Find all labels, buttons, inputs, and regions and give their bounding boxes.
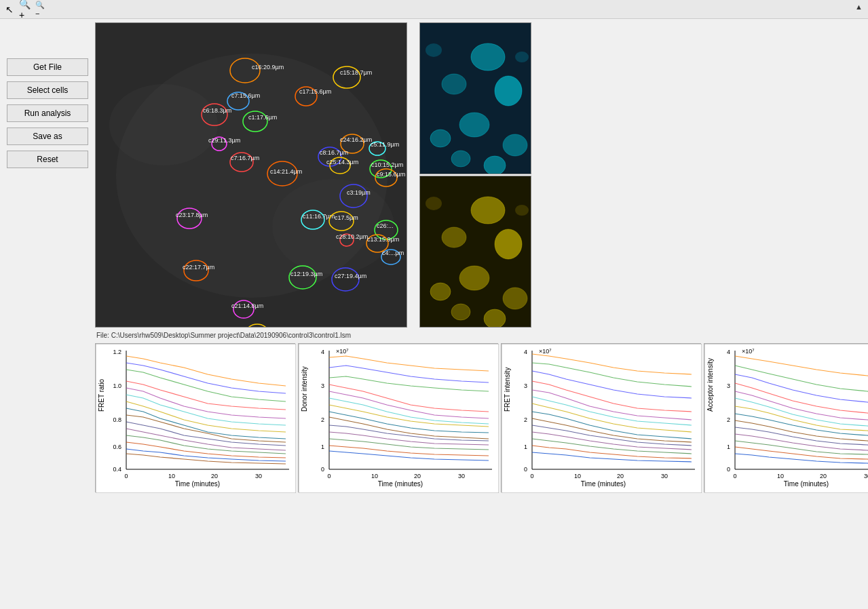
- svg-point-85: [426, 197, 442, 210]
- svg-text:20: 20: [820, 473, 827, 479]
- left-panel: Get File Select cells Run analysis Save …: [0, 19, 95, 609]
- svg-text:30: 30: [661, 473, 668, 479]
- svg-text:30: 30: [458, 473, 465, 479]
- svg-text:c12:19.3µm: c12:19.3µm: [290, 271, 322, 277]
- svg-text:×10⁷: ×10⁷: [539, 348, 552, 355]
- acceptor-intensity-chart: Acceptor intensity Time (minutes) ×10⁷ 4…: [704, 343, 868, 492]
- svg-text:c7:15.6µm: c7:15.6µm: [231, 92, 260, 99]
- svg-text:10: 10: [168, 473, 175, 479]
- svg-point-77: [471, 197, 505, 224]
- bottom-charts-area: FRET ratio Time (minutes) 1.2 1.0 0.8 0.…: [95, 343, 868, 492]
- run-analysis-button[interactable]: Run analysis: [7, 104, 88, 122]
- center-area: c16:20.9µm c15:18.7µm c17:15.6µm c7:15.6…: [95, 19, 868, 609]
- window-controls: ▲: [855, 3, 863, 11]
- svg-point-70: [430, 130, 451, 147]
- svg-point-71: [503, 134, 527, 156]
- svg-point-84: [484, 309, 506, 328]
- svg-text:×10⁷: ×10⁷: [742, 348, 755, 355]
- yellow-channel-image: [419, 176, 531, 328]
- svg-text:0: 0: [530, 473, 533, 479]
- svg-text:Time (minutes): Time (minutes): [378, 480, 423, 488]
- svg-text:c20:16.5µm: c20:16.5µm: [245, 327, 277, 328]
- select-cells-button[interactable]: Select cells: [7, 81, 88, 99]
- zoom-in-icon[interactable]: 🔍+: [19, 3, 33, 16]
- svg-text:c4:...µm: c4:...µm: [382, 250, 404, 256]
- fret-intensity-svg: FRET intensity Time (minutes) ×10⁷ 4 3 2…: [502, 344, 702, 493]
- svg-text:c6:18.3µm: c6:18.3µm: [203, 107, 231, 114]
- svg-text:c17.5µm: c17.5µm: [335, 214, 358, 221]
- toolbar: ↖ 🔍+ 🔍− ▲: [0, 0, 868, 19]
- svg-text:3: 3: [524, 382, 527, 389]
- svg-text:2: 2: [321, 416, 324, 423]
- svg-text:4: 4: [321, 349, 324, 355]
- svg-text:0.4: 0.4: [113, 466, 121, 473]
- svg-text:Acceptor intensity: Acceptor intensity: [706, 358, 714, 412]
- svg-text:20: 20: [211, 473, 218, 479]
- svg-text:c9:15.6µm: c9:15.6µm: [377, 171, 405, 178]
- svg-point-72: [451, 151, 470, 167]
- svg-rect-87: [96, 344, 296, 493]
- svg-text:c21:14.8µm: c21:14.8µm: [231, 302, 263, 309]
- svg-text:4: 4: [524, 349, 527, 355]
- fret-ratio-svg: FRET ratio Time (minutes) 1.2 1.0 0.8 0.…: [96, 344, 296, 493]
- microscope-image: c16:20.9µm c15:18.7µm c17:15.6µm c7:15.6…: [95, 22, 407, 328]
- save-as-button[interactable]: Save as: [7, 127, 88, 145]
- svg-text:c10:15.2µm: c10:15.2µm: [371, 161, 403, 168]
- svg-text:c3:19µm: c3:19µm: [347, 189, 371, 196]
- svg-text:c16:20.9µm: c16:20.9µm: [252, 64, 284, 71]
- bottom-charts: FRET ratio Time (minutes) 1.2 1.0 0.8 0.…: [95, 343, 868, 492]
- get-file-button[interactable]: Get File: [7, 58, 88, 76]
- svg-text:c17:15.6µm: c17:15.6µm: [299, 88, 331, 95]
- svg-point-4: [272, 179, 394, 274]
- svg-text:c24:16.2µm: c24:16.2µm: [340, 136, 372, 143]
- svg-text:0: 0: [524, 466, 527, 473]
- svg-text:1.0: 1.0: [113, 382, 121, 389]
- arrow-icon[interactable]: ↖: [3, 3, 16, 16]
- zoom-out-icon[interactable]: 🔍−: [35, 3, 49, 16]
- svg-text:c8:16.7µm: c8:16.7µm: [320, 149, 348, 156]
- svg-text:2: 2: [524, 416, 527, 423]
- images-row: c16:20.9µm c15:18.7µm c17:15.6µm c7:15.6…: [95, 22, 868, 329]
- svg-text:c28:10.2µm: c28:10.2µm: [336, 233, 368, 240]
- svg-text:c5:11.9µm: c5:11.9µm: [371, 141, 399, 148]
- svg-text:c22:17.7µm: c22:17.7µm: [183, 264, 214, 271]
- svg-point-3: [109, 84, 218, 165]
- svg-text:c26:...: c26:...: [377, 222, 394, 229]
- svg-text:20: 20: [414, 473, 421, 479]
- svg-text:Time (minutes): Time (minutes): [581, 480, 626, 488]
- reset-button[interactable]: Reset: [7, 151, 88, 168]
- svg-text:1.2: 1.2: [113, 349, 121, 355]
- svg-text:c13:15.9µm: c13:15.9µm: [367, 236, 399, 243]
- svg-text:Time (minutes): Time (minutes): [175, 480, 220, 488]
- svg-text:10: 10: [777, 473, 784, 479]
- svg-text:c27:19.4µm: c27:19.4µm: [335, 273, 366, 279]
- svg-text:c23:17.8µm: c23:17.8µm: [176, 212, 208, 218]
- cell-overlay-svg: c16:20.9µm c15:18.7µm c17:15.6µm c7:15.6…: [96, 23, 407, 328]
- svg-text:Donor intensity: Donor intensity: [301, 366, 308, 412]
- svg-text:20: 20: [617, 473, 624, 479]
- svg-text:1: 1: [321, 444, 324, 450]
- svg-point-83: [451, 304, 470, 320]
- svg-text:3: 3: [727, 382, 730, 389]
- svg-text:30: 30: [255, 473, 262, 479]
- svg-text:10: 10: [574, 473, 581, 479]
- donor-intensity-chart: Donor intensity Time (minutes) ×10⁷ 4 3 …: [298, 343, 498, 492]
- svg-text:3: 3: [321, 382, 324, 389]
- svg-text:10: 10: [371, 473, 378, 479]
- main-content: Get File Select cells Run analysis Save …: [0, 19, 868, 609]
- svg-text:2: 2: [727, 416, 730, 423]
- svg-text:0: 0: [321, 466, 324, 473]
- svg-rect-101: [299, 344, 499, 493]
- svg-point-66: [471, 43, 505, 71]
- svg-text:30: 30: [864, 473, 868, 479]
- fret-ratio-chart: FRET ratio Time (minutes) 1.2 1.0 0.8 0.…: [95, 343, 295, 492]
- svg-point-69: [459, 113, 489, 137]
- svg-text:c25:14.3µm: c25:14.3µm: [326, 159, 358, 165]
- fluorescence-images: [419, 22, 531, 328]
- svg-point-67: [442, 74, 466, 94]
- svg-text:Time (minutes): Time (minutes): [784, 480, 829, 488]
- svg-text:1: 1: [727, 444, 730, 450]
- svg-text:c29:11.3µm: c29:11.3µm: [208, 137, 240, 144]
- acceptor-svg: Acceptor intensity Time (minutes) ×10⁷ 4…: [704, 344, 868, 493]
- svg-point-74: [426, 43, 442, 57]
